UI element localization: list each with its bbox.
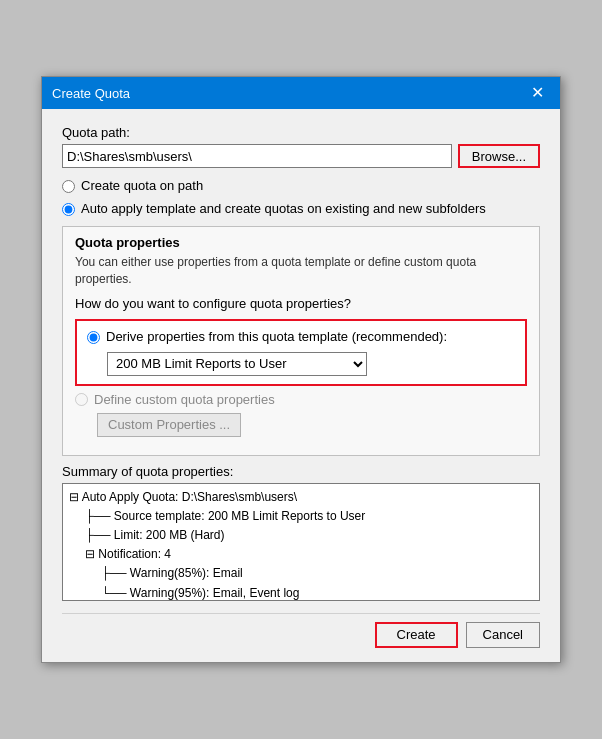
define-custom-label: Define custom quota properties: [94, 392, 275, 407]
create-on-path-label[interactable]: Create quota on path: [81, 178, 203, 195]
button-row: Create Cancel: [62, 613, 540, 648]
summary-line-0: ⊟ Auto Apply Quota: D:\Shares\smb\users\: [69, 488, 533, 507]
quota-properties-title: Quota properties: [75, 235, 527, 250]
create-on-path-row: Create quota on path: [62, 178, 540, 195]
quota-path-label: Quota path:: [62, 125, 540, 140]
create-button[interactable]: Create: [375, 622, 458, 648]
dialog-content: Quota path: Browse... Create quota on pa…: [42, 109, 560, 661]
derive-radio-row: Derive properties from this quota templa…: [87, 329, 515, 346]
define-custom-radio[interactable]: [75, 393, 88, 406]
derive-template-radio[interactable]: [87, 331, 100, 344]
tree-icon-0: ⊟: [69, 490, 82, 504]
dialog-title: Create Quota: [52, 86, 130, 101]
create-quota-dialog: Create Quota ✕ Quota path: Browse... Cre…: [41, 76, 561, 662]
auto-apply-radio[interactable]: [62, 203, 75, 216]
create-on-path-radio[interactable]: [62, 180, 75, 193]
auto-apply-label[interactable]: Auto apply template and create quotas on…: [81, 201, 486, 218]
template-select[interactable]: 200 MB Limit Reports to User: [107, 352, 367, 376]
close-button[interactable]: ✕: [525, 83, 550, 103]
summary-label: Summary of quota properties:: [62, 464, 540, 479]
browse-button[interactable]: Browse...: [458, 144, 540, 168]
summary-line-5: └── Warning(95%): Email, Event log: [69, 584, 533, 601]
auto-apply-row: Auto apply template and create quotas on…: [62, 201, 540, 218]
summary-box[interactable]: ⊟ Auto Apply Quota: D:\Shares\smb\users\…: [62, 483, 540, 601]
path-row: Browse...: [62, 144, 540, 168]
quota-properties-question: How do you want to configure quota prope…: [75, 296, 527, 311]
summary-line-4: ├── Warning(85%): Email: [69, 564, 533, 583]
summary-line-1: ├── Source template: 200 MB Limit Report…: [69, 507, 533, 526]
derive-template-label[interactable]: Derive properties from this quota templa…: [106, 329, 447, 346]
define-custom-row: Define custom quota properties: [75, 392, 527, 407]
summary-line-2: ├── Limit: 200 MB (Hard): [69, 526, 533, 545]
quota-properties-description: You can either use properties from a quo…: [75, 254, 527, 288]
derive-template-box: Derive properties from this quota templa…: [75, 319, 527, 386]
tree-icon-1: ├──: [85, 509, 114, 523]
tree-icon-5: └──: [101, 586, 130, 600]
custom-properties-button[interactable]: Custom Properties ...: [97, 413, 241, 437]
tree-icon-2: ├──: [85, 528, 114, 542]
cancel-button[interactable]: Cancel: [466, 622, 540, 648]
summary-line-3: ⊟ Notification: 4: [69, 545, 533, 564]
quota-path-input[interactable]: [62, 144, 452, 168]
quota-properties-section: Quota properties You can either use prop…: [62, 226, 540, 455]
title-bar: Create Quota ✕: [42, 77, 560, 109]
template-dropdown-row: 200 MB Limit Reports to User: [107, 352, 515, 376]
tree-icon-4: ├──: [101, 566, 130, 580]
tree-icon-3: ⊟: [85, 547, 98, 561]
